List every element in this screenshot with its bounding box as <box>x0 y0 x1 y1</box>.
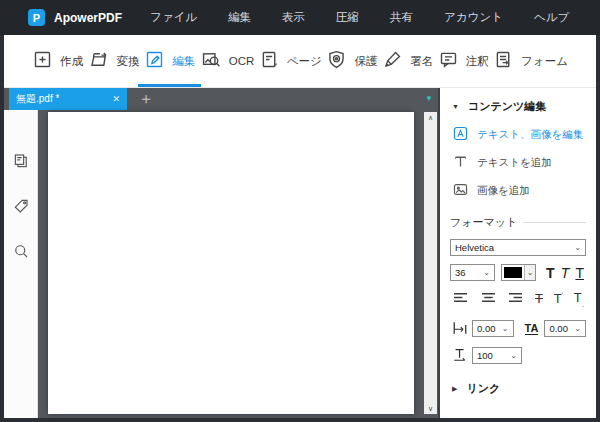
add-image-item[interactable]: 画像を追加 <box>452 181 586 200</box>
ribbon-edit-button[interactable]: 編集 <box>144 35 195 87</box>
line-spacing-dropdown[interactable]: 100 ⌄ <box>472 347 522 364</box>
link-section-title: リンク <box>466 381 500 396</box>
edit-icon <box>144 49 165 74</box>
tab-title: 無題.pdf * <box>16 92 59 106</box>
ribbon-toolbar: 作成 変換 編集 OCR ページ 保護 <box>4 35 596 88</box>
horizontal-scale-icon: TA <box>525 322 539 335</box>
link-section-header[interactable]: ▶ リンク <box>450 381 586 396</box>
format-section-title: フォーマット <box>450 215 586 230</box>
underline-button[interactable]: T <box>575 265 584 281</box>
document-tab-bar: 無題.pdf * ✕ ＋ ▼ <box>4 88 438 110</box>
chevron-down-icon: ⌄ <box>574 244 581 252</box>
color-swatch <box>504 267 522 278</box>
menu-file[interactable]: ファイル <box>150 10 197 25</box>
content-edit-title: コンテンツ編集 <box>468 99 546 114</box>
chevron-down-icon: ⌄ <box>574 325 581 333</box>
scroll-up-icon[interactable]: ∧ <box>428 114 433 121</box>
ribbon-sign-button[interactable]: 署名 <box>382 35 433 87</box>
chevron-down-icon: ⌄ <box>527 269 534 277</box>
menu-view[interactable]: 表示 <box>282 10 305 25</box>
edit-text-image-item[interactable]: テキスト、画像を編集 <box>452 125 586 144</box>
subscript-button[interactable]: Tˏ <box>574 290 584 307</box>
app-title: ApowerPDF <box>54 11 122 25</box>
char-spacing-dropdown[interactable]: 0.00 ⌄ <box>472 320 514 337</box>
char-spacing-icon <box>452 320 468 338</box>
sign-icon <box>382 49 403 74</box>
scroll-down-icon[interactable]: ∨ <box>428 405 433 412</box>
collapse-triangle-icon: ▶ <box>452 385 457 392</box>
document-tab[interactable]: 無題.pdf * ✕ <box>9 88 127 110</box>
document-canvas[interactable]: ∧ ∨ <box>38 110 438 418</box>
horizontal-scale-dropdown[interactable]: 0.00 ⌄ <box>544 320 586 337</box>
chevron-down-icon: ⌄ <box>510 352 517 360</box>
convert-icon <box>88 49 110 74</box>
align-center-button[interactable] <box>480 291 497 306</box>
chevron-down-icon: ⌄ <box>502 325 509 333</box>
line-spacing-icon <box>452 347 468 365</box>
app-logo-icon: P <box>28 9 45 26</box>
create-icon <box>32 49 53 74</box>
ribbon-page-button[interactable]: ページ <box>259 35 322 87</box>
italic-button[interactable]: T <box>561 265 570 281</box>
font-family-dropdown[interactable]: Helvetica ⌄ <box>450 239 586 256</box>
menu-edit[interactable]: 編集 <box>228 10 251 25</box>
search-icon[interactable] <box>12 242 30 264</box>
content-edit-header[interactable]: ▼ コンテンツ編集 <box>452 99 586 114</box>
add-image-icon <box>452 181 469 200</box>
menu-compress[interactable]: 圧縮 <box>336 10 359 25</box>
apowerpdf-window: P ApowerPDF ファイル 編集 表示 圧縮 共有 アカウント ヘルプ —… <box>0 0 600 422</box>
edit-text-image-icon <box>452 125 469 144</box>
vertical-scrollbar[interactable]: ∧ ∨ <box>424 112 437 414</box>
page-thumbnails-icon[interactable] <box>12 152 30 174</box>
title-bar: P ApowerPDF ファイル 編集 表示 圧縮 共有 アカウント ヘルプ —… <box>0 0 600 35</box>
ribbon-form-button[interactable]: フォーム <box>493 35 568 87</box>
main-area: 無題.pdf * ✕ ＋ ▼ <box>4 88 596 418</box>
new-tab-button[interactable]: ＋ <box>138 91 154 107</box>
add-text-icon <box>452 153 469 172</box>
ribbon-convert-button[interactable]: 変換 <box>88 35 140 87</box>
ribbon-create-button[interactable]: 作成 <box>32 35 83 87</box>
protect-icon <box>326 49 347 74</box>
ocr-icon <box>200 49 222 74</box>
annotate-icon <box>438 49 459 74</box>
chevron-down-icon: ⌄ <box>483 269 490 277</box>
menu-account[interactable]: アカウント <box>444 10 503 25</box>
page-icon <box>259 49 280 74</box>
font-size-dropdown[interactable]: 36 ⌄ <box>450 264 495 281</box>
menu-share[interactable]: 共有 <box>390 10 413 25</box>
ribbon-ocr-button[interactable]: OCR <box>200 35 255 87</box>
bold-button[interactable]: T <box>546 265 555 281</box>
ribbon-annotate-button[interactable]: 注釈 <box>438 35 489 87</box>
font-color-picker[interactable]: ⌄ <box>501 264 536 281</box>
collapse-triangle-icon: ▼ <box>452 103 459 110</box>
strikethrough-button[interactable]: T <box>535 291 543 306</box>
tab-close-icon[interactable]: ✕ <box>112 94 120 104</box>
pdf-page[interactable] <box>48 112 414 414</box>
align-left-button[interactable] <box>452 291 469 306</box>
add-text-item[interactable]: テキストを追加 <box>452 153 586 172</box>
left-tool-rail <box>4 110 38 418</box>
content-edit-panel: ▼ コンテンツ編集 テキスト、画像を編集 テキストを追加 画像を追加 フォーマッ… <box>438 88 596 418</box>
superscript-button[interactable]: Tʹ <box>554 291 563 306</box>
tab-list-dropdown-icon[interactable]: ▼ <box>425 95 433 103</box>
align-right-button[interactable] <box>507 291 524 306</box>
form-icon <box>493 49 514 74</box>
tag-icon[interactable] <box>12 197 30 219</box>
ribbon-protect-button[interactable]: 保護 <box>326 35 377 87</box>
menu-help[interactable]: ヘルプ <box>534 10 569 25</box>
